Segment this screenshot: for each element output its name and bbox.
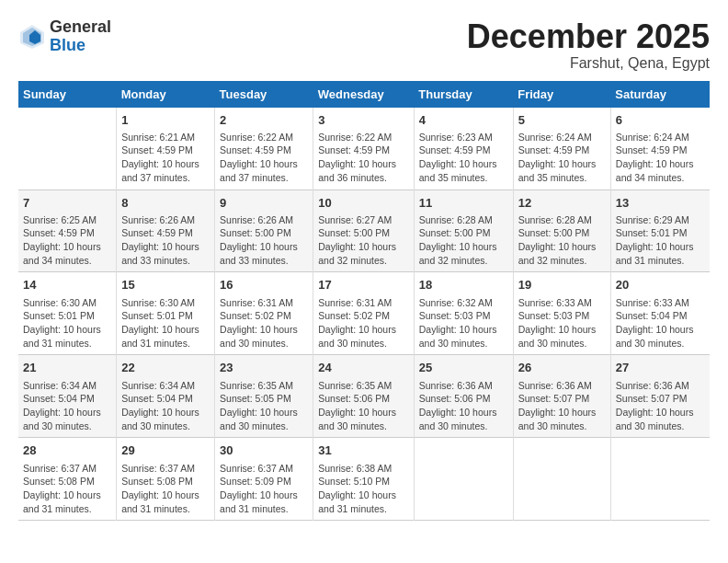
day-number: 31 <box>318 442 408 459</box>
day-cell: 3Sunrise: 6:22 AM Sunset: 4:59 PM Daylig… <box>313 108 414 190</box>
day-cell: 22Sunrise: 6:34 AM Sunset: 5:04 PM Dayli… <box>117 355 215 438</box>
day-number: 9 <box>220 195 308 212</box>
day-cell <box>414 438 513 521</box>
day-number: 8 <box>121 195 210 212</box>
day-cell: 9Sunrise: 6:26 AM Sunset: 5:00 PM Daylig… <box>215 190 313 272</box>
day-number: 17 <box>318 277 408 293</box>
day-info: Sunrise: 6:24 AM Sunset: 4:59 PM Dayligh… <box>518 131 606 185</box>
day-info: Sunrise: 6:31 AM Sunset: 5:02 PM Dayligh… <box>220 296 308 350</box>
day-info: Sunrise: 6:21 AM Sunset: 4:59 PM Dayligh… <box>121 131 210 185</box>
day-number: 24 <box>318 360 408 376</box>
logo-blue: Blue <box>50 37 111 55</box>
day-number: 20 <box>616 277 705 293</box>
day-cell: 17Sunrise: 6:31 AM Sunset: 5:02 PM Dayli… <box>313 272 414 355</box>
week-row-4: 21Sunrise: 6:34 AM Sunset: 5:04 PM Dayli… <box>18 355 710 438</box>
day-cell: 24Sunrise: 6:35 AM Sunset: 5:06 PM Dayli… <box>313 355 414 438</box>
day-number: 7 <box>23 195 111 212</box>
day-cell: 13Sunrise: 6:29 AM Sunset: 5:01 PM Dayli… <box>610 190 710 272</box>
day-number: 14 <box>23 277 111 293</box>
day-cell: 31Sunrise: 6:38 AM Sunset: 5:10 PM Dayli… <box>313 438 414 521</box>
day-info: Sunrise: 6:37 AM Sunset: 5:08 PM Dayligh… <box>121 462 210 516</box>
day-number: 26 <box>518 360 606 376</box>
day-cell: 10Sunrise: 6:27 AM Sunset: 5:00 PM Dayli… <box>313 190 414 272</box>
day-number: 10 <box>318 195 408 212</box>
day-cell: 8Sunrise: 6:26 AM Sunset: 4:59 PM Daylig… <box>117 190 215 272</box>
location: Farshut, Qena, Egypt <box>467 55 710 72</box>
day-cell <box>18 108 117 190</box>
day-info: Sunrise: 6:26 AM Sunset: 5:00 PM Dayligh… <box>220 213 308 268</box>
logo-text: General Blue <box>50 18 111 55</box>
day-number: 23 <box>220 360 308 376</box>
day-cell: 12Sunrise: 6:28 AM Sunset: 5:00 PM Dayli… <box>513 190 610 272</box>
day-number: 12 <box>518 195 606 212</box>
day-cell: 4Sunrise: 6:23 AM Sunset: 4:59 PM Daylig… <box>414 108 513 190</box>
day-cell: 1Sunrise: 6:21 AM Sunset: 4:59 PM Daylig… <box>117 108 215 190</box>
day-number: 15 <box>121 277 210 293</box>
day-cell: 19Sunrise: 6:33 AM Sunset: 5:03 PM Dayli… <box>513 272 610 355</box>
title-block: December 2025 Farshut, Qena, Egypt <box>467 18 710 72</box>
day-cell <box>513 438 610 521</box>
day-info: Sunrise: 6:38 AM Sunset: 5:10 PM Dayligh… <box>318 462 408 516</box>
day-info: Sunrise: 6:37 AM Sunset: 5:09 PM Dayligh… <box>220 462 308 516</box>
day-number: 22 <box>121 360 210 376</box>
day-cell: 14Sunrise: 6:30 AM Sunset: 5:01 PM Dayli… <box>18 272 117 355</box>
day-number: 1 <box>121 112 210 129</box>
week-row-3: 14Sunrise: 6:30 AM Sunset: 5:01 PM Dayli… <box>18 272 710 355</box>
day-cell: 16Sunrise: 6:31 AM Sunset: 5:02 PM Dayli… <box>215 272 313 355</box>
day-info: Sunrise: 6:29 AM Sunset: 5:01 PM Dayligh… <box>616 213 705 268</box>
day-number: 19 <box>518 277 606 293</box>
day-number: 25 <box>419 360 508 376</box>
day-header-sunday: Sunday <box>18 81 117 108</box>
day-info: Sunrise: 6:28 AM Sunset: 5:00 PM Dayligh… <box>518 213 606 268</box>
day-cell: 7Sunrise: 6:25 AM Sunset: 4:59 PM Daylig… <box>18 190 117 272</box>
day-number: 11 <box>419 195 508 212</box>
day-info: Sunrise: 6:30 AM Sunset: 5:01 PM Dayligh… <box>121 296 210 350</box>
day-info: Sunrise: 6:31 AM Sunset: 5:02 PM Dayligh… <box>318 296 408 350</box>
day-number: 30 <box>220 442 308 459</box>
page-header: General Blue December 2025 Farshut, Qena… <box>18 18 710 72</box>
day-header-monday: Monday <box>117 81 215 108</box>
day-number: 6 <box>616 112 705 129</box>
day-info: Sunrise: 6:33 AM Sunset: 5:03 PM Dayligh… <box>518 296 606 350</box>
day-cell: 5Sunrise: 6:24 AM Sunset: 4:59 PM Daylig… <box>513 108 610 190</box>
day-info: Sunrise: 6:24 AM Sunset: 4:59 PM Dayligh… <box>616 131 705 185</box>
day-info: Sunrise: 6:37 AM Sunset: 5:08 PM Dayligh… <box>23 462 111 516</box>
day-info: Sunrise: 6:23 AM Sunset: 4:59 PM Dayligh… <box>419 131 508 185</box>
day-header-wednesday: Wednesday <box>313 81 414 108</box>
day-number: 3 <box>318 112 408 129</box>
day-info: Sunrise: 6:34 AM Sunset: 5:04 PM Dayligh… <box>121 379 210 433</box>
day-number: 28 <box>23 442 111 459</box>
day-info: Sunrise: 6:22 AM Sunset: 4:59 PM Dayligh… <box>220 131 308 185</box>
day-info: Sunrise: 6:35 AM Sunset: 5:06 PM Dayligh… <box>318 379 408 433</box>
week-row-5: 28Sunrise: 6:37 AM Sunset: 5:08 PM Dayli… <box>18 438 710 521</box>
day-info: Sunrise: 6:36 AM Sunset: 5:07 PM Dayligh… <box>616 379 705 433</box>
day-cell: 6Sunrise: 6:24 AM Sunset: 4:59 PM Daylig… <box>610 108 710 190</box>
day-number: 21 <box>23 360 111 376</box>
day-info: Sunrise: 6:34 AM Sunset: 5:04 PM Dayligh… <box>23 379 111 433</box>
day-info: Sunrise: 6:30 AM Sunset: 5:01 PM Dayligh… <box>23 296 111 350</box>
day-info: Sunrise: 6:22 AM Sunset: 4:59 PM Dayligh… <box>318 131 408 185</box>
day-header-saturday: Saturday <box>610 81 710 108</box>
day-number: 18 <box>419 277 508 293</box>
day-info: Sunrise: 6:33 AM Sunset: 5:04 PM Dayligh… <box>616 296 705 350</box>
day-cell <box>610 438 710 521</box>
day-cell: 2Sunrise: 6:22 AM Sunset: 4:59 PM Daylig… <box>215 108 313 190</box>
day-number: 4 <box>419 112 508 129</box>
day-cell: 11Sunrise: 6:28 AM Sunset: 5:00 PM Dayli… <box>414 190 513 272</box>
day-number: 29 <box>121 442 210 459</box>
logo: General Blue <box>18 18 111 55</box>
day-info: Sunrise: 6:35 AM Sunset: 5:05 PM Dayligh… <box>220 379 308 433</box>
day-number: 13 <box>616 195 705 212</box>
logo-general: General <box>50 18 111 37</box>
day-number: 27 <box>616 360 705 376</box>
day-info: Sunrise: 6:36 AM Sunset: 5:07 PM Dayligh… <box>518 379 606 433</box>
day-header-friday: Friday <box>513 81 610 108</box>
header-row: SundayMondayTuesdayWednesdayThursdayFrid… <box>18 81 710 108</box>
day-number: 16 <box>220 277 308 293</box>
day-cell: 21Sunrise: 6:34 AM Sunset: 5:04 PM Dayli… <box>18 355 117 438</box>
day-cell: 29Sunrise: 6:37 AM Sunset: 5:08 PM Dayli… <box>117 438 215 521</box>
day-header-thursday: Thursday <box>414 81 513 108</box>
day-number: 5 <box>518 112 606 129</box>
day-cell: 15Sunrise: 6:30 AM Sunset: 5:01 PM Dayli… <box>117 272 215 355</box>
day-cell: 23Sunrise: 6:35 AM Sunset: 5:05 PM Dayli… <box>215 355 313 438</box>
